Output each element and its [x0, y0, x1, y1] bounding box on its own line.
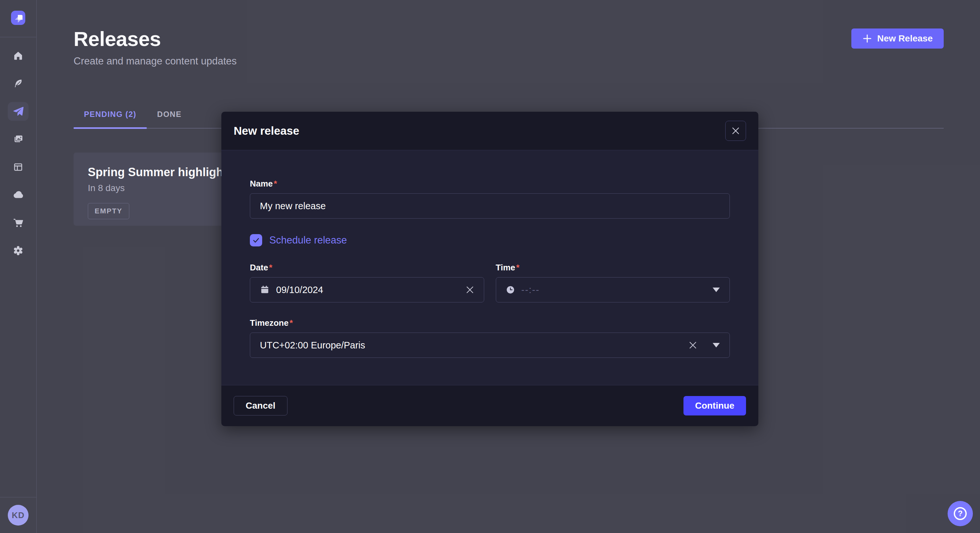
- close-icon: [731, 126, 740, 135]
- modal-close-button[interactable]: [725, 121, 746, 141]
- name-field-label: Name*: [250, 179, 730, 189]
- timezone-input[interactable]: UTC+02:00 Europe/Paris: [250, 333, 730, 358]
- modal-footer: Cancel Continue: [221, 385, 758, 426]
- date-input[interactable]: 09/10/2024: [250, 277, 484, 303]
- timezone-clear-button[interactable]: [689, 341, 697, 349]
- cancel-button[interactable]: Cancel: [234, 396, 288, 416]
- clear-x-icon: [689, 341, 697, 349]
- help-button[interactable]: ?: [948, 501, 973, 526]
- time-field-label: Time*: [496, 263, 730, 273]
- time-input-placeholder: --:--: [522, 285, 540, 295]
- date-time-row: Date* 09/10/2024: [250, 263, 730, 303]
- name-input[interactable]: [250, 194, 730, 219]
- timezone-field-label: Timezone*: [250, 318, 730, 328]
- required-asterisk: *: [274, 179, 277, 189]
- time-input[interactable]: --:--: [496, 277, 730, 303]
- required-asterisk: *: [290, 318, 293, 328]
- question-icon: ?: [954, 507, 967, 520]
- schedule-checkbox-label: Schedule release: [269, 235, 347, 246]
- required-asterisk: *: [516, 263, 520, 272]
- time-dropdown-caret[interactable]: [713, 287, 720, 292]
- schedule-release-row[interactable]: Schedule release: [250, 234, 730, 246]
- date-field-group: Date* 09/10/2024: [250, 263, 484, 303]
- timezone-dropdown-caret[interactable]: [713, 343, 720, 347]
- checkmark-icon: [252, 236, 260, 244]
- required-asterisk: *: [269, 263, 272, 272]
- calendar-icon: [260, 285, 270, 295]
- modal-body: Name* Schedule release Date*: [221, 150, 758, 385]
- schedule-checkbox[interactable]: [250, 234, 262, 246]
- date-input-value: 09/10/2024: [276, 285, 323, 295]
- continue-button[interactable]: Continue: [684, 396, 746, 416]
- modal-title: New release: [234, 124, 299, 137]
- clock-icon: [506, 285, 515, 294]
- time-field-group: Time* --:--: [496, 263, 730, 303]
- clear-x-icon: [466, 286, 474, 294]
- new-release-modal: New release Name* Schedule release Date*: [221, 112, 758, 426]
- modal-header: New release: [221, 112, 758, 150]
- timezone-input-value: UTC+02:00 Europe/Paris: [260, 340, 365, 351]
- date-field-label: Date*: [250, 263, 484, 273]
- date-clear-button[interactable]: [466, 286, 474, 294]
